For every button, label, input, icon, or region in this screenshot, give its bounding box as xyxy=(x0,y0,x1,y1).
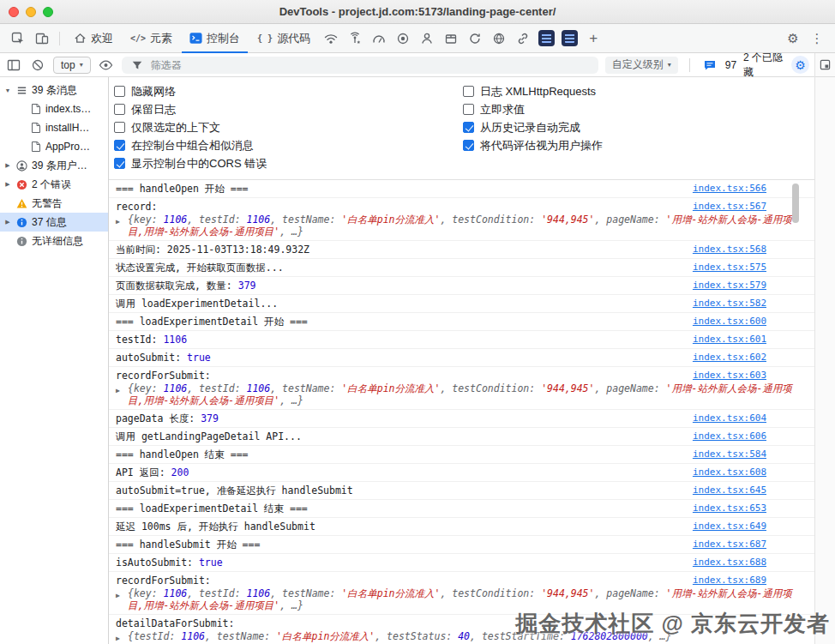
tree-expand-icon[interactable]: ▶ xyxy=(3,181,12,188)
source-link[interactable]: index.tsx:568 xyxy=(693,244,766,256)
source-link[interactable]: index.tsx:579 xyxy=(693,280,766,292)
source-link[interactable]: index.tsx:566 xyxy=(693,183,766,195)
settings-checkbox-item[interactable]: 隐藏网络 xyxy=(114,82,463,100)
source-link[interactable]: index.tsx:603 xyxy=(693,370,766,382)
console-message: 延迟 100ms 后, 开始执行 handleSubmitindex.tsx:6… xyxy=(109,518,814,536)
tab-welcome[interactable]: 欢迎 xyxy=(66,24,121,53)
source-link[interactable]: index.tsx:608 xyxy=(693,466,766,478)
checkbox[interactable] xyxy=(114,104,125,115)
settings-checkbox-item[interactable]: 将代码评估视为用户操作 xyxy=(463,136,603,154)
extension-icon-2[interactable] xyxy=(562,30,578,46)
source-link[interactable]: index.tsx:602 xyxy=(693,352,766,364)
source-link[interactable]: index.tsx:584 xyxy=(693,448,766,460)
sidebar-item-label: 39 条消息 xyxy=(32,83,77,98)
source-link[interactable]: index.tsx:567 xyxy=(693,201,766,213)
sidebar-item-file-apppro[interactable]: AppPro… xyxy=(0,137,108,156)
expand-arrow-icon[interactable]: ▶ xyxy=(116,214,128,238)
tab-sources[interactable]: { } 源代码 xyxy=(249,24,318,53)
checkbox[interactable] xyxy=(463,104,474,115)
close-button[interactable] xyxy=(9,7,19,17)
message-text: {key: xyxy=(128,587,164,599)
sidebar-item-user-messages[interactable]: ▶ 39 条用户… xyxy=(0,156,108,175)
clear-console-icon[interactable] xyxy=(29,57,46,74)
expand-arrow-icon[interactable]: ▶ xyxy=(116,588,128,611)
source-link[interactable]: index.tsx:604 xyxy=(693,412,766,424)
minimize-button[interactable] xyxy=(26,7,36,17)
tree-collapse-icon[interactable]: ▼ xyxy=(3,87,12,93)
settings-checkbox-item[interactable]: 保留日志 xyxy=(114,100,463,118)
console-message: autoSubmit: trueindex.tsx:602 xyxy=(109,349,814,367)
source-link[interactable]: index.tsx:601 xyxy=(693,334,766,346)
wifi-icon[interactable] xyxy=(320,27,342,50)
message-text: API 返回: xyxy=(116,466,171,478)
performance-icon[interactable] xyxy=(368,27,390,50)
source-link[interactable]: index.tsx:688 xyxy=(693,557,766,569)
source-link[interactable]: index.tsx:645 xyxy=(693,485,766,497)
scrollbar-track[interactable] xyxy=(814,53,835,644)
source-link[interactable]: index.tsx:606 xyxy=(693,430,766,442)
sidebar-item-file-index-ts[interactable]: index.ts… xyxy=(0,99,108,118)
source-link[interactable]: index.tsx:649 xyxy=(693,521,766,533)
message-text: 1106 xyxy=(247,382,271,394)
checkbox[interactable] xyxy=(463,86,474,97)
extension-icon-1[interactable] xyxy=(538,30,555,46)
settings-checkbox-item[interactable]: 日志 XMLHttpRequests xyxy=(463,82,603,100)
context-selector[interactable]: top ▾ xyxy=(53,57,91,74)
package-icon[interactable] xyxy=(440,27,462,50)
log-levels-dropdown[interactable]: 自定义级别 ▾ xyxy=(605,57,678,74)
tab-console[interactable]: 控制台 xyxy=(182,24,248,53)
console-settings-icon[interactable]: ⚙ xyxy=(791,56,809,74)
source-link[interactable]: index.tsx:653 xyxy=(693,503,766,515)
sidebar-item-verbose[interactable]: 无详细信息 xyxy=(0,232,108,250)
more-tabs-icon[interactable]: + xyxy=(582,27,604,50)
settings-checkbox-item[interactable]: 立即求值 xyxy=(463,100,603,118)
chat-bubble-icon[interactable] xyxy=(701,57,718,74)
expand-arrow-icon[interactable]: ▶ xyxy=(116,383,128,406)
checkbox[interactable] xyxy=(114,86,125,97)
checkbox[interactable] xyxy=(463,122,474,133)
sidebar-item-all-messages[interactable]: ▼ 39 条消息 xyxy=(0,81,108,99)
message-text: 调用 loadExperimentDetail... xyxy=(116,298,278,310)
recorder-icon[interactable] xyxy=(392,27,414,50)
tree-expand-icon[interactable]: ▶ xyxy=(3,219,12,226)
fullscreen-button[interactable] xyxy=(43,7,53,17)
more-options-icon[interactable]: ⋮ xyxy=(806,27,828,50)
tree-expand-icon[interactable]: ▶ xyxy=(3,162,12,169)
inspect-icon[interactable] xyxy=(7,27,29,50)
panel-icon[interactable] xyxy=(815,53,835,77)
scrollbar-thumb[interactable] xyxy=(792,184,799,223)
settings-checkbox-item[interactable]: 在控制台中组合相似消息 xyxy=(114,136,463,154)
source-link[interactable]: index.tsx:582 xyxy=(693,298,766,310)
sidebar-item-file-installh[interactable]: installH… xyxy=(0,118,108,137)
checkbox[interactable] xyxy=(114,140,125,151)
sync-icon[interactable] xyxy=(464,27,486,50)
link-icon[interactable] xyxy=(512,27,534,50)
settings-checkbox-item[interactable]: 显示控制台中的CORS 错误 xyxy=(114,154,463,172)
eye-icon[interactable] xyxy=(98,57,115,74)
source-link[interactable]: index.tsx:689 xyxy=(693,575,766,587)
checkbox[interactable] xyxy=(114,122,125,133)
console-message: === handleSubmit 开始 ===index.tsx:687 xyxy=(109,536,814,554)
signal-star-icon[interactable] xyxy=(344,27,366,50)
sidebar-item-errors[interactable]: ▶ 2 个错误 xyxy=(0,175,108,194)
source-link[interactable]: index.tsx:600 xyxy=(693,316,766,328)
user-icon[interactable] xyxy=(416,27,438,50)
message-text: 40 xyxy=(458,630,470,642)
settings-checkbox-item[interactable]: 从历史记录自动完成 xyxy=(463,118,603,136)
settings-gear-icon[interactable]: ⚙ xyxy=(782,27,804,50)
hidden-messages-label[interactable]: 2 个已隐藏 xyxy=(743,51,784,80)
settings-checkbox-item[interactable]: 仅限选定的上下文 xyxy=(114,118,463,136)
checkbox[interactable] xyxy=(463,140,474,151)
sidebar-item-info[interactable]: ▶ 37 信息 xyxy=(0,213,108,232)
console-sidebar-toggle-icon[interactable] xyxy=(5,57,22,74)
filter-input[interactable] xyxy=(151,59,592,71)
source-link[interactable]: index.tsx:687 xyxy=(693,539,766,551)
sidebar-item-warnings[interactable]: 无警告 xyxy=(0,194,108,213)
checkbox[interactable] xyxy=(114,158,125,169)
filter-box[interactable] xyxy=(122,57,598,74)
source-link[interactable]: index.tsx:575 xyxy=(693,262,766,274)
globe-icon[interactable] xyxy=(488,27,510,50)
expand-arrow-icon[interactable]: ▶ xyxy=(116,631,128,644)
device-toolbar-icon[interactable] xyxy=(31,27,53,50)
tab-elements[interactable]: </> 元素 xyxy=(123,24,180,53)
